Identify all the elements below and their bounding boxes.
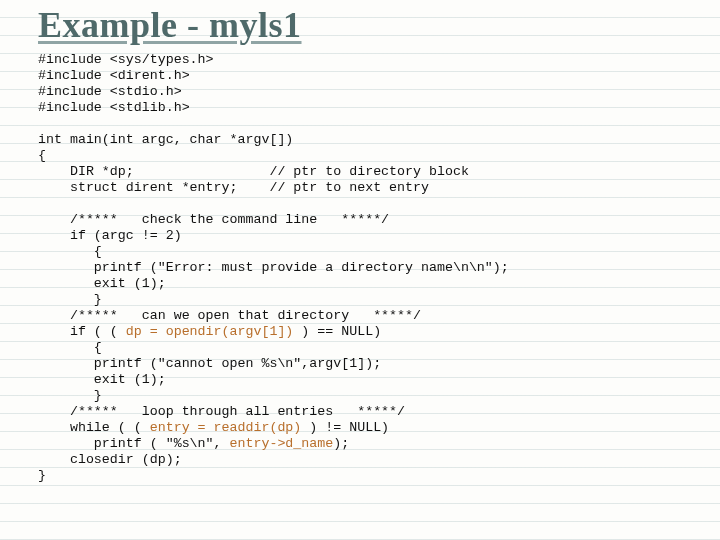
code-line: printf ("Error: must provide a directory… xyxy=(38,260,509,275)
code-line: } xyxy=(38,388,102,403)
highlight: entry->d_name xyxy=(230,436,334,451)
code-line: } xyxy=(38,292,102,307)
code-line: while ( ( entry = readdir(dp) ) != NULL) xyxy=(38,420,389,435)
code-line: { xyxy=(38,244,102,259)
code-line: { xyxy=(38,340,102,355)
slide-title: Example - myls1 xyxy=(38,4,712,46)
code-line: exit (1); xyxy=(38,276,166,291)
code-line: #include <dirent.h> xyxy=(38,68,190,83)
code-line: int main(int argc, char *argv[]) xyxy=(38,132,293,147)
code-line: /***** loop through all entries *****/ xyxy=(38,404,405,419)
code-block: #include <sys/types.h> #include <dirent.… xyxy=(38,52,712,484)
code-line: printf ("cannot open %s\n",argv[1]); xyxy=(38,356,381,371)
code-line: #include <sys/types.h> xyxy=(38,52,214,67)
code-line: struct dirent *entry; // ptr to next ent… xyxy=(38,180,429,195)
code-line: #include <stdio.h> xyxy=(38,84,182,99)
slide-content: Example - myls1 #include <sys/types.h> #… xyxy=(0,0,720,492)
code-line: /***** can we open that directory *****/ xyxy=(38,308,421,323)
code-line: closedir (dp); xyxy=(38,452,182,467)
highlight: dp = opendir(argv[1]) xyxy=(126,324,294,339)
code-line: if ( ( dp = opendir(argv[1]) ) == NULL) xyxy=(38,324,381,339)
highlight: entry = readdir(dp) xyxy=(150,420,302,435)
code-line: /***** check the command line *****/ xyxy=(38,212,389,227)
code-line: } xyxy=(38,468,46,483)
code-line: DIR *dp; // ptr to directory block xyxy=(38,164,469,179)
code-line: exit (1); xyxy=(38,372,166,387)
code-line: if (argc != 2) xyxy=(38,228,182,243)
code-line: { xyxy=(38,148,46,163)
code-line: printf ( "%s\n", entry->d_name); xyxy=(38,436,349,451)
code-line: #include <stdlib.h> xyxy=(38,100,190,115)
